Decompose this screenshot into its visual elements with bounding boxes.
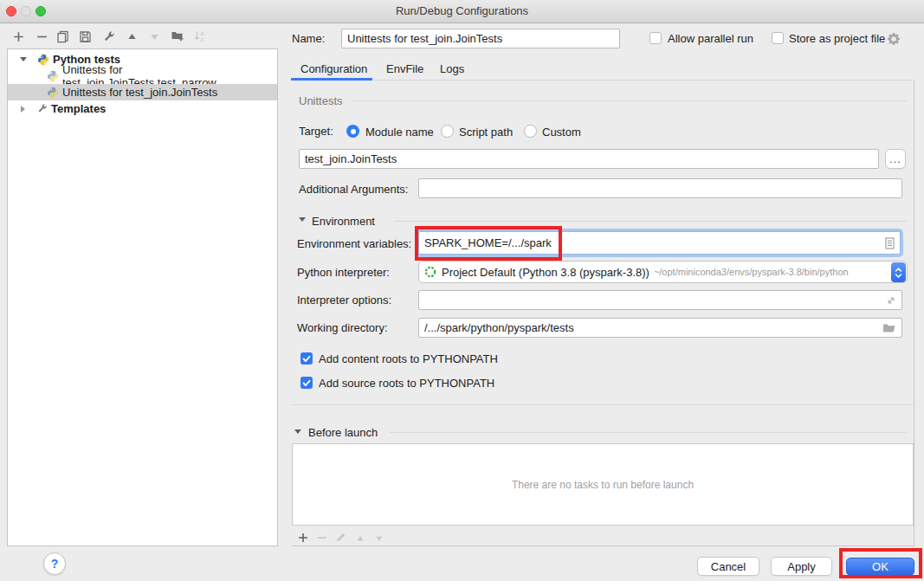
svg-text:a: a — [200, 30, 204, 36]
before-launch-collapse-arrow-icon[interactable] — [294, 429, 301, 434]
python-icon — [47, 70, 59, 82]
add-task-button[interactable] — [295, 530, 310, 545]
svg-text:z: z — [200, 36, 203, 42]
browse-directory-button[interactable] — [882, 322, 896, 333]
plus-icon — [12, 30, 25, 43]
edit-templates-button[interactable] — [101, 29, 116, 44]
move-task-up-button[interactable] — [352, 531, 367, 545]
target-module-name-radio[interactable] — [346, 125, 359, 138]
tab-bar-divider — [291, 80, 914, 81]
name-label: Name: — [292, 32, 325, 45]
target-module-name-label: Module name — [365, 126, 434, 139]
target-input[interactable]: test_join.JoinTests — [299, 149, 879, 169]
allow-parallel-run-checkbox[interactable] — [649, 32, 662, 44]
folder-icon — [882, 322, 896, 333]
environment-variables-label: Environment variables: — [297, 237, 411, 250]
target-label: Target: — [299, 125, 333, 138]
apply-label: Apply — [787, 560, 816, 573]
store-options-button[interactable] — [886, 31, 901, 46]
environment-section-title: Environment — [312, 215, 375, 228]
move-down-button[interactable] — [147, 29, 162, 44]
conda-environment-icon — [424, 266, 436, 278]
tab-logs[interactable]: Logs — [440, 62, 464, 75]
store-as-project-file-checkbox[interactable] — [772, 32, 784, 44]
move-task-down-button[interactable] — [372, 531, 386, 545]
tab-configuration[interactable]: Configuration — [300, 62, 367, 75]
checkmark-icon — [302, 379, 311, 387]
expand-field-button[interactable] — [886, 295, 896, 306]
name-value: Unittests for test_join.JoinTests — [347, 32, 502, 45]
sort-alphabetically-button[interactable]: az — [192, 29, 207, 43]
new-folder-button[interactable] — [170, 29, 184, 43]
cancel-button[interactable]: Cancel — [697, 557, 759, 576]
add-source-roots-label: Add source roots to PYTHONPATH — [319, 377, 494, 390]
remove-configuration-button[interactable] — [35, 29, 49, 44]
help-button[interactable]: ? — [43, 552, 66, 575]
ok-button[interactable]: OK — [846, 558, 914, 576]
apply-button[interactable]: Apply — [771, 557, 832, 576]
name-input[interactable]: Unittests for test_join.JoinTests — [341, 29, 620, 48]
copy-configuration-button[interactable] — [55, 29, 70, 44]
remove-task-button[interactable] — [314, 530, 329, 545]
browse-env-variables-button[interactable] — [885, 237, 895, 249]
edit-task-button[interactable] — [333, 530, 348, 545]
tree-item-templates[interactable]: Templates — [8, 100, 277, 117]
window-title: Run/Debug Configurations — [0, 0, 924, 23]
content-right-border — [914, 81, 914, 546]
working-directory-value: /.../spark/python/pyspark/tests — [424, 321, 574, 334]
target-script-path-radio[interactable] — [441, 125, 454, 138]
add-source-roots-checkbox[interactable] — [300, 377, 313, 389]
wrench-icon — [102, 30, 115, 43]
working-directory-label: Working directory: — [297, 321, 388, 334]
interpreter-options-input[interactable] — [418, 290, 902, 310]
add-configuration-button[interactable] — [11, 29, 26, 44]
help-label: ? — [51, 557, 59, 571]
target-browse-button[interactable]: ... — [885, 149, 906, 169]
minus-icon — [36, 30, 48, 43]
tree-item-label: Unittests for test_join.JoinTests — [62, 86, 217, 99]
folder-plus-icon — [171, 29, 184, 42]
up-down-chevrons-icon — [894, 266, 903, 280]
working-directory-input[interactable]: /.../spark/python/pyspark/tests — [418, 318, 902, 338]
active-tab-underline — [291, 78, 372, 81]
additional-arguments-label: Additional Arguments: — [299, 183, 408, 196]
move-up-button[interactable] — [125, 29, 139, 44]
environment-section-line — [394, 221, 907, 222]
python-interpreter-label: Python interpreter: — [297, 266, 390, 279]
wrench-icon — [36, 103, 48, 114]
expanded-arrow-icon[interactable] — [20, 57, 27, 61]
tab-envfile[interactable]: EnvFile — [386, 62, 423, 75]
browse-ellipsis: ... — [889, 152, 901, 165]
minus-icon — [316, 532, 328, 544]
arrow-down-icon — [148, 30, 161, 43]
tree-item-unittests-test-narrow[interactable]: Unittests for test_join.JoinTests.test_n… — [8, 68, 277, 84]
target-custom-radio[interactable] — [524, 125, 537, 138]
add-content-roots-checkbox[interactable] — [300, 352, 313, 365]
close-button[interactable] — [6, 6, 16, 16]
before-launch-task-list[interactable]: There are no tasks to run before launch — [292, 443, 914, 526]
interpreter-options-label: Interpreter options: — [297, 294, 391, 307]
save-configuration-button[interactable] — [78, 29, 93, 44]
gear-icon — [887, 32, 901, 46]
environment-variables-input[interactable]: SPARK_HOME=/.../spark — [418, 231, 901, 255]
pencil-icon — [335, 532, 346, 543]
sort-az-icon: az — [193, 29, 207, 42]
before-launch-line — [390, 432, 907, 433]
store-as-project-file-label: Store as project file — [789, 32, 885, 45]
env-list-icon — [885, 237, 895, 249]
arrow-up-icon — [355, 533, 365, 544]
ok-label: OK — [872, 560, 888, 573]
section-divider — [292, 404, 914, 405]
collapsed-arrow-icon[interactable] — [21, 106, 25, 113]
python-icon — [47, 87, 59, 99]
minimize-button — [21, 6, 31, 16]
cancel-label: Cancel — [711, 560, 746, 573]
python-interpreter-select[interactable]: Project Default (Python 3.8 (pyspark-3.8… — [418, 261, 908, 283]
before-launch-title: Before launch — [308, 426, 378, 439]
environment-collapse-arrow-icon[interactable] — [299, 217, 306, 222]
additional-arguments-input[interactable] — [418, 178, 902, 198]
plus-icon — [297, 532, 309, 544]
interpreter-dropdown-stepper[interactable] — [891, 262, 906, 282]
zoom-button[interactable] — [36, 6, 46, 16]
tree-item-unittests-jointests-selected[interactable]: Unittests for test_join.JoinTests — [8, 84, 277, 100]
